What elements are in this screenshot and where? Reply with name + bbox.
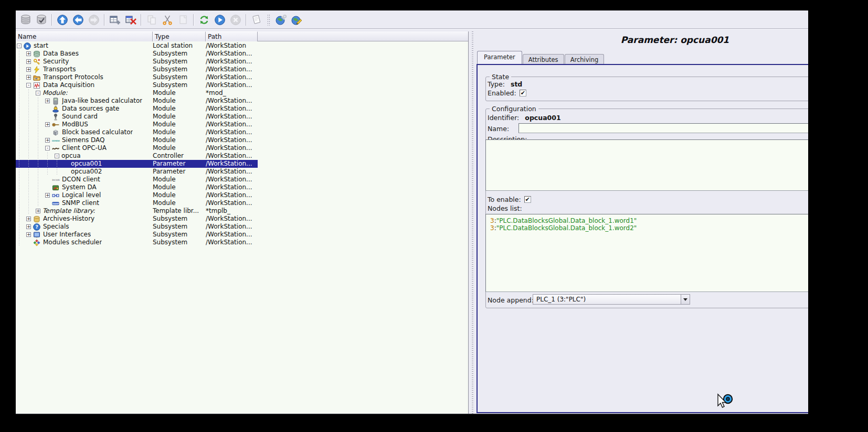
state-group-legend: State [490, 73, 511, 81]
tree-guide-line [55, 160, 64, 168]
expander-plus-icon[interactable]: + [45, 193, 50, 198]
tree-guide-line [26, 105, 36, 113]
expander-plus-icon[interactable]: + [45, 122, 50, 127]
up-button[interactable] [55, 13, 70, 27]
tree-row-name: Block based calculator [16, 128, 152, 136]
tree-row-name: -opcua [16, 152, 152, 160]
tree-node-path: /WorkStation... [206, 199, 258, 207]
back-button[interactable] [71, 13, 86, 27]
tree-row-modbus[interactable]: +ModBUSModule/WorkStation... [16, 121, 258, 128]
expander-plus-icon[interactable]: + [45, 99, 50, 103]
tab-attributes[interactable]: Attributes [523, 54, 564, 65]
name-input[interactable] [518, 123, 808, 133]
tree-row-security[interactable]: +SecuritySubsystem/WorkStation... [16, 58, 258, 66]
tree-row-transports[interactable]: +TransportsSubsystem/WorkStation... [16, 66, 258, 73]
tree-row-logical-level[interactable]: +Logical levelModule/WorkStation... [16, 191, 258, 199]
tree-guide-line [26, 128, 36, 136]
tree-node-path: /WorkStation... [206, 50, 258, 58]
expander-minus-icon[interactable]: - [17, 44, 22, 48]
tree-node-label: opcua [61, 152, 81, 160]
tree-row-user-interfaces[interactable]: +User InterfacesSubsystem/WorkStation... [16, 231, 258, 239]
expander-minus-icon[interactable]: - [45, 146, 50, 150]
tree-row-template-library[interactable]: +Template library:Template libr...*tmplb… [16, 207, 258, 215]
dev-edit-button[interactable] [289, 13, 304, 27]
tree-row-opcua001[interactable]: opcua001Parameter/WorkStation... [16, 160, 258, 168]
expander-plus-icon[interactable]: + [26, 232, 31, 237]
tree-guide-line [17, 50, 26, 58]
tree-row-block-based-calculator[interactable]: Block based calculatorModule/WorkStation… [16, 128, 258, 136]
tree-row-dcon-client[interactable]: DCONDCON clientModule/WorkStation... [16, 176, 258, 183]
item-delete-button[interactable] [123, 13, 138, 27]
expander-minus-icon[interactable]: - [26, 83, 31, 88]
description-textarea[interactable] [485, 139, 808, 191]
column-header-type[interactable]: Type [153, 31, 206, 41]
save-icon [20, 14, 31, 26]
toolbar-drag-handle[interactable] [267, 14, 270, 26]
tree-row-name: +?Specials [16, 223, 152, 231]
protocols-folder-icon [33, 74, 41, 81]
tree-guide-line [17, 176, 26, 183]
tree-row-modules-scheduler[interactable]: Modules schedulerSubsystem/WorkStation..… [16, 239, 258, 246]
node-entry: 3:"PLC.DataBlocksGlobal.Data_block_1.wor… [490, 225, 808, 232]
tree-row-sound-card[interactable]: Sound cardModule/WorkStation... [16, 113, 258, 121]
tree-row-data-bases[interactable]: +Data BasesSubsystem/WorkStation... [16, 50, 258, 58]
start-button[interactable] [213, 13, 227, 27]
splitter[interactable] [469, 31, 476, 414]
tree-row-name: +Template library: [16, 207, 152, 215]
tree-guide-line [17, 89, 26, 97]
expander-minus-icon[interactable]: - [55, 154, 59, 158]
tree-guide-line [17, 121, 26, 128]
tree-row-specials[interactable]: +?SpecialsSubsystem/WorkStation... [16, 223, 258, 231]
column-header-name[interactable]: Name [16, 31, 153, 41]
tree-guide-line [45, 160, 55, 168]
tree-row-data-sources-gate[interactable]: Data sources gateModule/WorkStation... [16, 105, 258, 113]
tree-row-opcua[interactable]: -opcuaController/WorkStation... [16, 152, 258, 160]
tree-row-siemens-daq[interactable]: +SIEMENSSiemens DAQModule/WorkStation... [16, 136, 258, 144]
tree-node-label: SNMP client [62, 199, 99, 207]
tab-parameter[interactable]: Parameter [477, 51, 522, 64]
transports-bolt-icon [33, 66, 41, 73]
enabled-checkbox[interactable]: ✔ [520, 90, 526, 96]
to-enable-checkbox[interactable]: ✔ [524, 196, 531, 203]
expander-plus-icon[interactable]: + [26, 59, 31, 64]
item-add-button[interactable] [108, 13, 122, 27]
tree-row-module[interactable]: -Module:Module*mod_ [16, 89, 258, 97]
tree-row-name: Sound card [16, 113, 152, 121]
expander-plus-icon[interactable]: + [26, 67, 31, 72]
cut-button[interactable] [160, 13, 175, 27]
expander-plus-icon[interactable]: + [26, 51, 31, 56]
tree-guide-line [36, 160, 45, 168]
tree-row-client-opc-ua[interactable]: -Client OPC-UAModule/WorkStation... [16, 144, 258, 152]
refresh-button[interactable] [197, 13, 211, 27]
expander-minus-icon[interactable]: - [36, 91, 40, 95]
chevron-down-icon[interactable] [681, 295, 690, 304]
tree-row-opcua002[interactable]: opcua002Parameter/WorkStation... [16, 168, 258, 176]
expander-plus-icon[interactable]: + [26, 224, 31, 229]
tree-row-archives-history[interactable]: +Archives-HistorySubsystem/WorkStation..… [16, 215, 258, 223]
tree-row-java-like-based-calculator[interactable]: +Java-like based calculatorModule/WorkSt… [16, 97, 258, 105]
save-button[interactable] [18, 13, 33, 27]
tree-row-start[interactable]: -startLocal station/WorkStation [16, 42, 258, 50]
tree-row-snmp-client[interactable]: SNMPSNMP clientModule/WorkStation... [16, 199, 258, 207]
column-header-path[interactable]: Path [206, 31, 258, 41]
load-button[interactable] [34, 13, 49, 27]
tree-guide-line [26, 168, 36, 176]
tree-row-transport-protocols[interactable]: +Transport ProtocolsSubsystem/WorkStatio… [16, 73, 258, 81]
tree-guide-line [17, 199, 26, 207]
tree-node-path: /WorkStation... [206, 144, 258, 152]
question-icon: ? [33, 223, 41, 231]
nodes-list-textarea[interactable]: 3:"PLC.DataBlocksGlobal.Data_block_1.wor… [485, 214, 808, 292]
node-append-combobox[interactable]: PLC_1 (3:"PLC") [533, 294, 690, 305]
tree-node-path: /WorkStation... [206, 223, 258, 231]
expander-plus-icon[interactable]: + [26, 75, 31, 80]
expander-plus-icon[interactable]: + [36, 209, 40, 213]
screen: NameTypePath -startLocal station/WorkSta… [0, 0, 868, 432]
dev-config-button[interactable] [273, 13, 288, 27]
tab-archiving[interactable]: Archiving [565, 54, 605, 65]
expander-plus-icon[interactable]: + [26, 217, 31, 221]
clean-button[interactable] [249, 13, 264, 27]
tree-row-system-da[interactable]: System DAModule/WorkStation... [16, 183, 258, 191]
tree-row-data-acquisition[interactable]: -Data AcquisitionSubsystem/WorkStation..… [16, 81, 258, 89]
expander-plus-icon[interactable]: + [45, 138, 50, 143]
tree-guide-line [36, 105, 45, 113]
